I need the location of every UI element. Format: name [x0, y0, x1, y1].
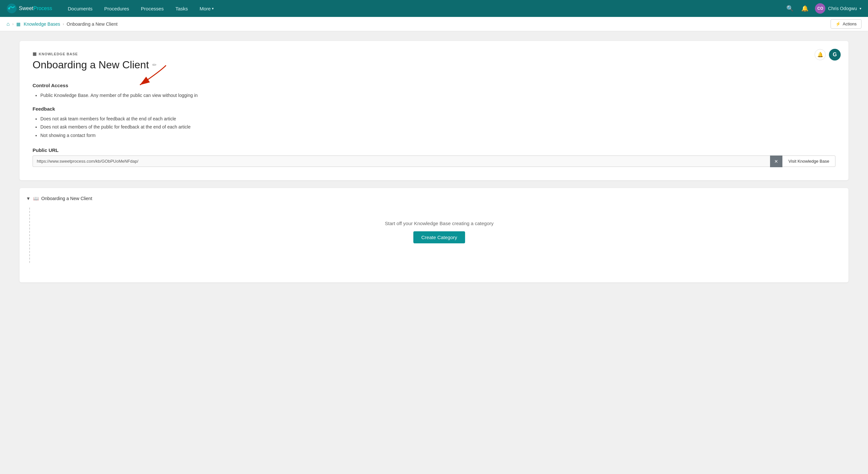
user-menu[interactable]: CO Chris Odogwu ▾	[815, 3, 862, 14]
nav-links: Documents Procedures Processes Tasks Mor…	[62, 0, 785, 17]
control-access-item: Public Knowledge Base. Any member of the…	[40, 91, 835, 99]
feedback-item-1: Does not ask team members for feedback a…	[40, 115, 835, 123]
chevron-down-icon: ▾	[860, 6, 862, 11]
url-row: ✕ Visit Knowledge Base	[33, 156, 835, 167]
logo-sweet: Sweet	[19, 5, 33, 11]
bottom-section: ▼ 📖 Onboarding a New Client Start off yo…	[20, 188, 848, 282]
breadcrumb-bar: ⌂ › ▦ Knowledge Bases › Onboarding a New…	[0, 17, 868, 31]
search-button[interactable]: 🔍	[785, 4, 795, 13]
kb-title: Onboarding a New Client ✏	[33, 59, 157, 71]
nav-processes[interactable]: Processes	[135, 0, 169, 17]
card-avatar: G	[829, 49, 841, 61]
lightning-icon: ⚡	[835, 22, 841, 26]
chevron-down-icon: ▾	[212, 6, 214, 11]
empty-state: Start off your Knowledge Base creating a…	[36, 211, 842, 253]
tree-root-label: Onboarding a New Client	[41, 196, 92, 201]
nav-more[interactable]: More ▾	[194, 0, 220, 17]
empty-state-text: Start off your Knowledge Base creating a…	[43, 221, 835, 226]
kb-label-icon: ▦	[33, 52, 37, 56]
logo[interactable]: SweetProcess	[6, 3, 52, 14]
tree-dashed-line: Start off your Knowledge Base creating a…	[29, 208, 842, 263]
book-icon: 📖	[33, 196, 39, 201]
info-card: 🔔 G ▦ KNOWLEDGE BASE Onboarding a New Cl…	[20, 41, 848, 180]
kb-label: ▦ KNOWLEDGE BASE	[33, 52, 835, 56]
home-icon[interactable]: ⌂	[6, 21, 10, 27]
actions-button[interactable]: ⚡ Actions	[831, 19, 862, 29]
control-access-list: Public Knowledge Base. Any member of the…	[33, 91, 835, 99]
edit-icon[interactable]: ✏	[152, 62, 157, 68]
nav-procedures[interactable]: Procedures	[98, 0, 135, 17]
feedback-list: Does not ask team members for feedback a…	[33, 115, 835, 139]
tree-root-item: ▼ 📖 Onboarding a New Client	[26, 196, 842, 201]
logo-process: Process	[33, 5, 52, 11]
svg-point-1	[8, 7, 10, 9]
nav-tasks[interactable]: Tasks	[169, 0, 194, 17]
breadcrumb-separator-2: ›	[63, 22, 64, 26]
chevron-down-icon[interactable]: ▼	[26, 196, 31, 201]
nav-right: 🔍 🔔 CO Chris Odogwu ▾	[785, 3, 862, 14]
breadcrumb-current: Onboarding a New Client	[67, 22, 118, 27]
visit-knowledge-base-button[interactable]: Visit Knowledge Base	[782, 156, 835, 167]
feedback-item-2: Does not ask members of the public for f…	[40, 123, 835, 131]
feedback-item-3: Not showing a contact form	[40, 131, 835, 139]
knowledge-base-icon: ▦	[16, 22, 21, 27]
url-input[interactable]	[33, 156, 770, 167]
breadcrumb-knowledge-bases[interactable]: Knowledge Bases	[24, 22, 60, 27]
card-bell-button[interactable]: 🔔	[815, 49, 826, 60]
public-url-label: Public URL	[33, 147, 835, 153]
avatar: CO	[815, 3, 825, 14]
clear-icon: ✕	[774, 159, 778, 164]
notification-button[interactable]: 🔔	[800, 4, 810, 13]
breadcrumb: ⌂ › ▦ Knowledge Bases › Onboarding a New…	[6, 21, 118, 27]
control-access-title: Control Access	[33, 83, 835, 88]
url-clear-button[interactable]: ✕	[770, 156, 782, 167]
top-navigation: SweetProcess Documents Procedures Proces…	[0, 0, 868, 17]
card-top-right: 🔔 G	[815, 49, 841, 61]
breadcrumb-separator-1: ›	[12, 22, 14, 26]
user-name: Chris Odogwu	[828, 6, 857, 11]
create-category-button[interactable]: Create Category	[413, 231, 465, 243]
feedback-title: Feedback	[33, 106, 835, 112]
nav-documents[interactable]: Documents	[62, 0, 98, 17]
bell-icon: 🔔	[817, 52, 824, 58]
